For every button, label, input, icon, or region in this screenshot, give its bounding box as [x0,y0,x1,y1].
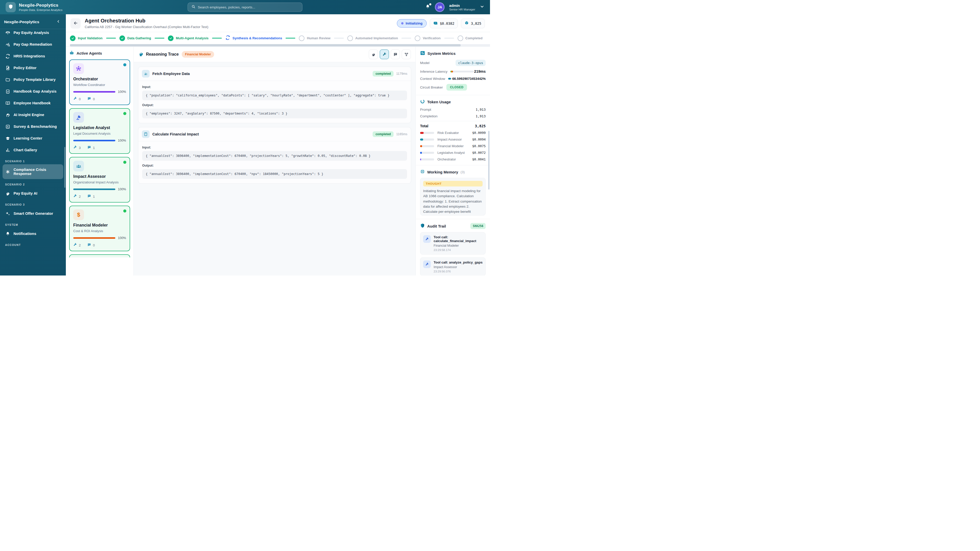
avatar[interactable]: JA [435,2,445,12]
sidebar-item-smart-offer-generator[interactable]: Smart Offer Generator [3,208,63,219]
sidebar-item-policy-editor[interactable]: Policy Editor [3,62,63,74]
page-title: Agent Orchestration Hub [85,18,208,24]
sidebar-item-employee-handbook[interactable]: Employee Handbook [3,97,63,109]
sidebar-item-hris-integrations[interactable]: HRIS Integrations [3,50,63,62]
wrench-icon [423,235,431,243]
audit-entry[interactable]: Tool call: calculate_financial_impact Fi… [420,232,486,254]
tool-call-card-fetch-employee-data[interactable]: Fetch Employee Data completed 1179ms Inp… [138,67,411,123]
sidebar-item-learning-center[interactable]: Learning Center [3,132,63,144]
robot-icon [69,50,74,56]
search-input[interactable] [198,5,299,9]
latency-bar [450,71,474,73]
pipeline-step-data-gathering[interactable]: Data Gathering [119,35,151,41]
tool-status-badge: completed [372,131,393,137]
pulse-monitor-icon [420,51,425,56]
sidebar-scrollbar[interactable] [64,147,65,188]
wrench-icon [73,145,77,150]
brand-tagline: People Data. Enterprise Analytics [19,8,62,11]
chevron-left-icon [56,19,60,24]
pipeline-step-multi-agent-analysis[interactable]: Multi-Agent Analysis [168,35,208,41]
sidebar-item-policy-template-library[interactable]: Policy Template Library [3,74,63,86]
pipeline: Input Validation Data Gathering Multi-Ag… [66,32,490,47]
topbar: Nexgile-Peoplytics People Data. Enterpri… [0,0,490,14]
pipeline-step-human-review[interactable]: Human Review [299,35,330,41]
sidebar-item-handbook-gap-analysis[interactable]: Handbook Gap Analysis [3,86,63,97]
hub-icon [73,63,84,74]
pending-circle-icon [458,35,463,41]
sidebar-collapse-button[interactable] [55,19,62,25]
horizontal-scrollbar-thumb[interactable] [70,44,461,46]
token-cost-row: Orchestrator $0.0041 [420,157,486,161]
reasoning-trace-panel: Reasoning Trace Financial Modeler Fetch … [134,47,415,275]
model-badge: claude-3-opus [455,60,486,66]
pipeline-step-synthesis-recommendations[interactable]: Synthesis & Recommendations [225,35,282,41]
people-group-icon [142,70,150,78]
sidebar-section-system: SYSTEM [3,219,63,228]
agent-card-partial[interactable] [69,254,130,257]
horizontal-scrollbar[interactable] [70,44,490,46]
pipeline-step-input-validation[interactable]: Input Validation [70,35,103,41]
messages-view-button[interactable] [391,49,400,59]
agent-progress-bar [73,91,115,93]
pipeline-step-verification[interactable]: Verification [415,35,441,41]
pipeline-connector [401,38,411,39]
tools-view-button[interactable] [380,49,389,59]
pipeline-step-automated-implementation[interactable]: Automated Implementation [347,35,398,41]
scale-icon [5,30,10,35]
vertical-scrollbar-thumb[interactable] [488,131,490,189]
trace-body: Fetch Employee Data completed 1179ms Inp… [134,62,415,275]
sidebar-item-pay-equity-ai[interactable]: Pay Equity AI [3,187,63,199]
user-name: admin [449,3,475,8]
pipeline-connector [334,38,344,39]
page-header: Agent Orchestration Hub California AB 22… [66,14,490,32]
notifications-button[interactable] [425,4,430,10]
chat-icon [87,145,91,150]
sidebar-item-notifications[interactable]: Notifications [3,228,63,240]
wrench-icon [73,97,77,101]
chevron-down-icon[interactable] [480,4,484,10]
tool-output-json: { "employees": 3247, "avgSalary": 87500,… [142,109,407,118]
trace-agent-badge: Financial Modeler [182,51,214,58]
tool-duration: 1179ms [396,72,407,76]
status-badge: Initializing [397,19,427,27]
thought-tag: THOUGHT [423,181,483,186]
sidebar-item-pay-equity-analysis[interactable]: Pay Equity Analysis [3,27,63,38]
banknote-icon [433,21,438,26]
global-search[interactable] [188,3,302,12]
sidebar-item-compliance-crisis-response[interactable]: Compliance Crisis Response [3,164,63,179]
shield-icon [420,223,425,229]
back-button[interactable] [70,18,81,29]
sidebar-item-chart-gallery[interactable]: Chart Gallery [3,144,63,156]
agent-card-legislative-analyst[interactable]: Legislative Analyst Legal Document Analy… [69,108,130,154]
agent-progress-bar [73,237,115,239]
working-memory-panel: Working Memory (3) THOUGHT Initiating fi… [416,165,490,219]
sidebar-title: Nexgile-Peoplytics [4,20,39,24]
working-memory-item[interactable]: THOUGHT Initiating financial impact mode… [420,178,486,216]
audit-entry[interactable]: Tool call: analyze_policy_gaps Impact As… [420,257,486,275]
user-block[interactable]: admin Senior HR Manager [449,3,475,11]
token-usage-panel: Token Usage Prompt1,913 Completion1,913 … [416,95,490,165]
chart-box-icon [5,124,10,129]
tool-status-badge: completed [372,71,393,76]
brand-name: Nexgile-Peoplytics [19,3,62,8]
sha256-badge: SHA256 [470,223,486,229]
bar-chart-icon [5,148,10,152]
agent-card-orchestrator[interactable]: Orchestrator Workflow Coordinator 100% 0… [69,59,130,105]
pipeline-step-completed[interactable]: Completed [458,35,483,41]
agent-status-dot [123,112,126,115]
chat-icon [87,243,91,248]
chip-icon [420,169,425,175]
sidebar-item-ai-insight-engine[interactable]: AI Insight Engine [3,109,63,121]
tool-call-card-calculate-financial-impact[interactable]: Calculate Financial Impact completed 116… [138,127,411,184]
agent-status-dot [123,161,126,164]
dollar-icon: $ [73,210,84,220]
sidebar-item-survey-benchmarking[interactable]: Survey & Benchmarking [3,121,63,132]
cost-chip[interactable]: $0.0382 [430,19,458,28]
brand-logo [6,2,16,12]
tokens-chip[interactable]: 3,825 [461,19,485,28]
agent-card-impact-assessor[interactable]: Impact Assessor Organizational Impact An… [69,157,130,203]
workflow-view-button[interactable] [402,49,411,59]
thoughts-view-button[interactable] [369,49,378,59]
agent-card-financial-modeler[interactable]: $ Financial Modeler Cost & ROI Analysis … [69,206,130,251]
sidebar-item-pay-gap-remediation[interactable]: Pay Gap Remediation [3,38,63,50]
